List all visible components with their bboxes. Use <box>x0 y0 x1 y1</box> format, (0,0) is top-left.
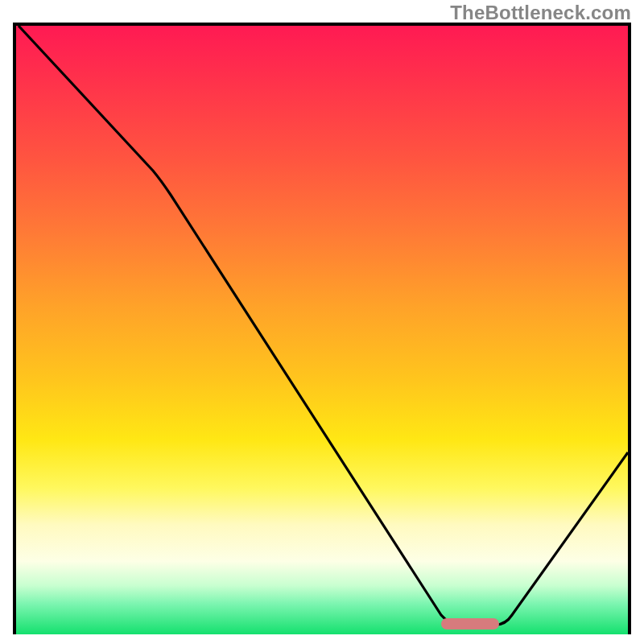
bottleneck-curve <box>16 26 628 634</box>
chart-canvas: TheBottleneck.com <box>0 0 644 644</box>
plot-area <box>13 23 631 634</box>
watermark-text: TheBottleneck.com <box>450 2 631 24</box>
curve-path <box>19 26 628 625</box>
optimal-marker <box>441 618 499 630</box>
